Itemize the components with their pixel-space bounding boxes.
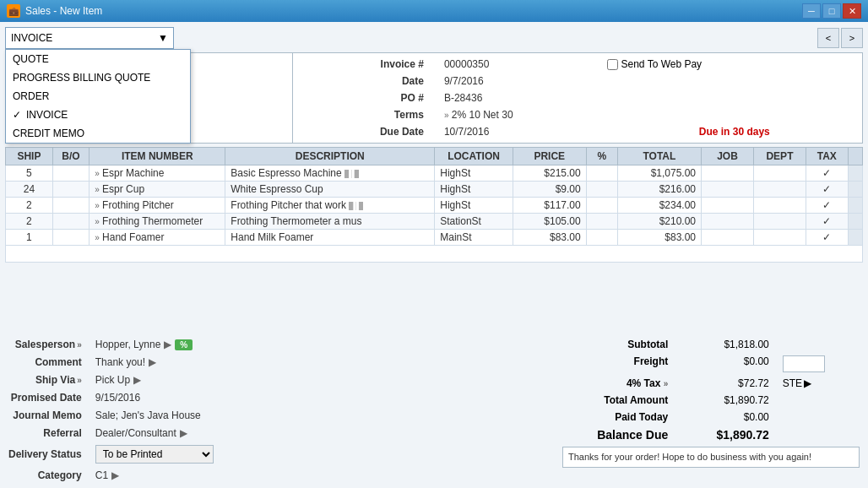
due-date-label: Due Date [303,124,427,139]
dropdown-item-order[interactable]: ORDER [6,87,190,106]
cell-loc: MainSt [435,230,513,246]
cell-item[interactable]: » Espr Machine [90,165,225,182]
ship-via-label-text: Ship Via [35,374,75,386]
freight-input-cell [779,354,863,374]
dropdown-selected-value: INVOICE [11,32,52,44]
cell-desc: Frothing Thermometer a mus [225,214,435,230]
cell-item[interactable]: » Frothing Pitcher [90,198,225,214]
dropdown-item-quote[interactable]: QUOTE [6,50,190,68]
referral-value-text: Dealer/Consultant [95,427,176,439]
cell-tax: ✓ [806,214,848,230]
cell-total: $210.00 [617,214,701,230]
cell-item[interactable]: » Espr Cup [90,182,225,198]
ship-via-value-row: Pick Up ▶ [92,372,552,388]
cell-total: $216.00 [617,182,701,198]
cell-item[interactable]: » Hand Foamer [90,230,225,246]
navigation-arrows: < > [817,28,863,48]
minimize-button[interactable]: ─ [802,3,821,19]
nav-arrow-category: ▶ [111,469,119,481]
col-header-bo: B/O [52,148,89,165]
cell-bo [52,230,89,246]
balance-due-value: $1,890.72 [678,426,773,443]
cell-ship: 1 [6,230,53,246]
col-header-pct: % [586,148,617,165]
dropdown-item-credit[interactable]: CREDIT MEMO [6,124,190,143]
cell-ship: 2 [6,198,53,214]
cell-dept [753,182,806,198]
app-icon: 💼 [7,4,20,18]
nav-arrow-referral: ▶ [180,427,187,439]
invoice-number-value: 00000350 [441,57,590,72]
comment-value-text: Thank you! [95,356,145,368]
note-box[interactable]: Thanks for your order! Hope to do busine… [562,447,860,468]
send-to-web-checkbox[interactable] [607,59,618,70]
freight-value: $0.00 [678,354,773,374]
close-button[interactable]: ✕ [843,3,861,19]
col-header-total: TOTAL [617,148,701,165]
cell-job [702,182,754,198]
table-row: 2 » Frothing Thermometer Frothing Thermo… [6,214,863,230]
referral-value-row: Dealer/Consultant ▶ [92,426,552,441]
freight-input[interactable] [783,355,825,372]
dropdown-menu: QUOTE PROGRESS BILLING QUOTE ORDER INVOI… [5,49,191,144]
send-to-web-container: Send To Web Pay [604,57,853,72]
note-box-cell: Thanks for your order! Hope to do busine… [559,445,863,469]
scroll-cell [848,165,862,182]
due-days-text: Due in 30 days [696,124,852,139]
cell-total: $234.00 [617,198,701,214]
bottom-section: Salesperson » Hopper, Lynne ▶ % Comment … [5,337,863,483]
cell-loc: StationSt [435,214,513,230]
prev-button[interactable]: < [817,28,839,48]
salesperson-arrows-icon: » [77,340,82,350]
comment-label-text: Comment [35,356,81,368]
dropdown-item-invoice[interactable]: INVOICE [6,106,190,124]
cell-dept [753,198,806,214]
po-label: PO # [303,90,427,106]
freight-label: Freight [559,354,671,374]
table-row: 24 » Espr Cup White Espresso Cup HighSt … [6,182,863,198]
category-label: Category [5,468,85,483]
table-row: 2 » Frothing Pitcher Frothing Pitcher th… [6,198,863,214]
journal-memo-value-row: Sale; Jen's Java House [92,408,552,423]
nav-arrow-salesperson: ▶ [164,339,171,350]
totals-panel: Subtotal $1,818.00 Freight $0.00 4% Tax … [559,337,863,483]
promised-date-label: Promised Date [5,390,85,405]
journal-memo-value-text: Sale; Jen's Java House [95,409,201,421]
ship-via-value-text: Pick Up [95,374,130,386]
date-value: 9/7/2016 [441,73,590,89]
cell-dept [753,165,806,182]
cell-job [702,198,754,214]
cell-desc: Hand Milk Foamer [225,230,435,246]
delivery-status-label: Delivery Status [5,443,85,465]
dropdown-item-progress[interactable]: PROGRESS BILLING QUOTE [6,68,190,87]
subtotal-extra [779,337,863,352]
terms-value-text: 2% 10 Net 30 [452,109,513,121]
delivery-status-select[interactable]: To be Printed Printed Emailed [95,445,214,464]
total-extra [779,393,863,408]
cell-price: $117.00 [513,198,586,214]
ship-via-label: Ship Via » [5,372,85,388]
next-button[interactable]: > [841,28,863,48]
cell-job [702,214,754,230]
invoice-type-dropdown[interactable]: INVOICE ▼ [5,27,174,49]
cell-ship: 5 [6,165,53,182]
paid-today-extra [779,409,863,425]
cell-price: $9.00 [513,182,586,198]
scroll-cell [848,198,862,214]
table-row: 1 » Hand Foamer Hand Milk Foamer MainSt … [6,230,863,246]
tax-label-text: 4% Tax [627,377,660,389]
salesperson-label: Salesperson » [5,337,85,352]
cell-dept [753,230,806,246]
cell-loc: HighSt [435,198,513,214]
col-header-ship: SHIP [6,148,53,165]
cell-job [702,165,754,182]
tax-arrow-icon[interactable]: ▶ [804,377,811,389]
maximize-button[interactable]: □ [822,3,841,19]
scroll-cell [848,182,862,198]
col-header-location: LOCATION [435,148,513,165]
cell-item[interactable]: » Frothing Thermometer [90,214,225,230]
category-value-row: C1 ▶ [92,468,552,483]
table-row: 5 » Espr Machine Basic Espresso Machine … [6,165,863,182]
cell-desc: White Espresso Cup [225,182,435,198]
cell-ship: 24 [6,182,53,198]
